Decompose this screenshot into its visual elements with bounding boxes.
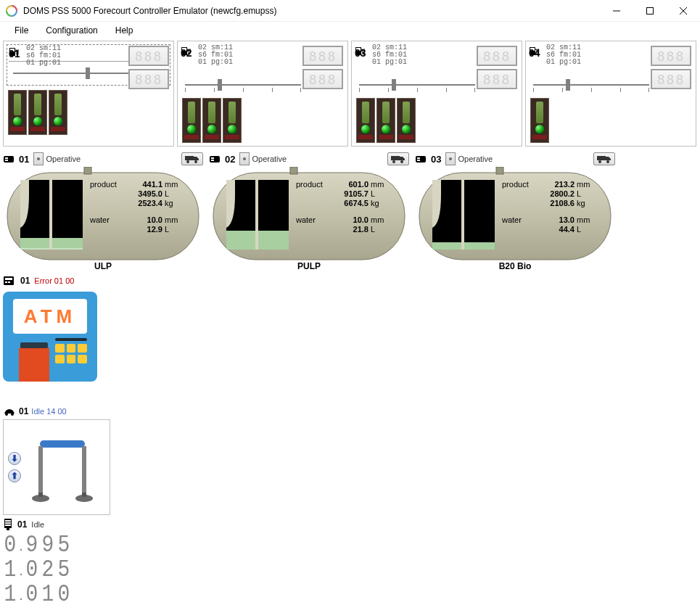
svg-rect-44 [4,276,14,285]
pump-card[interactable]: 02 sm:11 s6 fm:01 01 pg:01 02 888 888 [177,41,348,147]
nozzle[interactable] [223,98,242,143]
svg-rect-45 [5,278,12,280]
menu-configuration[interactable]: Configuration [37,23,106,38]
tank-icon [209,154,222,164]
opt-id: 01 [20,276,30,286]
close-button[interactable] [667,0,700,22]
svg-rect-35 [417,160,420,161]
tank-icon [415,154,428,164]
carwash-id: 01 [19,406,28,416]
pump-display-amount: 888 [302,46,343,66]
tank-status: Operative [458,155,493,163]
nozzle[interactable] [397,98,416,143]
pricesign-row: 01 Idle 0 . 9 9 5 1 . 0 2 5 1 . 0 1 0 [3,518,697,605]
tank-graphic[interactable]: B20 Bio product213.2mm 2800.2L 2108.6kg … [415,167,615,270]
tank-card[interactable]: 03 Operative B20 Bio product2 [415,151,615,270]
carwash-down-button[interactable]: ⬇ [8,452,21,465]
pump-row: 02 sm:11 s6 fm:01 01 pg:01 01 888 888 02… [3,41,697,147]
svg-rect-29 [290,167,297,174]
tank-status-led [239,152,250,165]
carwash-gantry-icon [25,427,98,507]
svg-rect-58 [5,520,11,522]
pricesign-board[interactable]: 0 . 9 9 5 1 . 0 2 5 1 . 0 1 0 [3,532,697,605]
pump-speed-slider[interactable] [185,78,301,92]
tank-graphic[interactable]: PULP product601.0mm 9105.7L 6674.5kg wat… [209,167,409,270]
svg-rect-36 [597,156,606,160]
atm-screen-text: ATM [24,305,76,328]
tank-delivery-button[interactable] [593,152,615,165]
pump-display-volume: 888 [302,69,343,89]
svg-rect-56 [82,493,86,497]
tank-delivery-button[interactable] [181,152,203,165]
carwash-up-button[interactable]: ⬆ [8,469,21,482]
tank-id: 02 [225,154,235,165]
pump-cfg: 02 sm:11 s6 fm:01 01 pg:01 [546,44,581,66]
atm-graphic[interactable]: ATM [3,292,97,382]
pump-display-amount: 888 [651,46,691,66]
nozzle[interactable] [530,98,549,143]
svg-point-49 [11,413,14,416]
pump-cfg: 02 sm:11 s6 fm:01 01 pg:01 [26,45,61,67]
titlebar: DOMS PSS 5000 Forecourt Controller Emula… [0,0,700,22]
pump-speed-slider[interactable] [533,78,649,92]
opt-status: Error 01 00 [34,276,74,285]
nozzle[interactable] [8,90,27,135]
nozzle[interactable] [182,98,201,143]
carwash-icon [3,406,16,416]
price-row: 1 . 0 2 5 [3,557,697,580]
nozzle[interactable] [376,98,395,143]
maximize-button[interactable] [633,0,667,22]
tank-name: B20 Bio [415,261,615,271]
tank-status-led [445,152,456,165]
card-terminal-icon [3,276,16,286]
svg-rect-22 [210,156,220,162]
svg-point-37 [598,160,601,163]
tank-row: 01 Operative ULP [3,151,697,270]
tank-card[interactable]: 01 Operative ULP [3,151,203,270]
svg-rect-47 [8,281,10,283]
svg-point-27 [400,160,403,163]
menu-file[interactable]: File [6,23,37,38]
tank-card[interactable]: 02 Operative PULP product601. [209,151,409,270]
atm-keypad-icon [55,344,87,363]
minimize-button[interactable] [600,0,633,22]
pump-display-volume: 888 [651,69,691,89]
workarea: 02 sm:11 s6 fm:01 01 pg:01 01 888 888 02… [0,39,700,606]
svg-rect-40 [496,167,503,174]
pricesign-icon [3,519,13,530]
nozzle[interactable] [202,98,221,143]
pump-display-volume: 888 [128,69,169,89]
carwash-status: Idle 14 00 [31,407,66,416]
tank-icon [3,154,16,164]
pump-card[interactable]: 02 sm:11 s6 fm:01 01 pg:01 01 888 888 [3,41,174,147]
carwash-card[interactable]: ⬇ ⬆ [3,419,110,515]
svg-rect-61 [7,528,9,530]
pricesign-id: 01 [17,519,27,530]
pump-cfg: 02 sm:11 s6 fm:01 01 pg:01 [198,44,233,66]
tank-delivery-button[interactable] [387,152,409,165]
pump-display-amount: 888 [128,46,169,66]
svg-rect-55 [38,493,43,497]
opt-row: 01 Error 01 00 ATM [3,274,697,382]
nozzle[interactable] [49,90,67,135]
window-title: DOMS PSS 5000 Forecourt Controller Emula… [23,6,600,16]
tank-status-led [33,152,44,165]
pump-speed-slider[interactable] [359,78,475,92]
pump-card[interactable]: 02 sm:11 s6 fm:01 01 pg:01 04 888 888 [525,41,696,147]
nozzle[interactable] [356,98,375,143]
nozzle[interactable] [28,90,47,135]
pump-card[interactable]: 02 sm:11 s6 fm:01 01 pg:01 03 888 888 [351,41,522,147]
svg-rect-12 [5,160,8,161]
svg-rect-21 [49,180,52,250]
svg-point-26 [392,160,395,163]
atm-card-slot-icon [55,338,87,341]
menu-help[interactable]: Help [107,23,142,38]
svg-point-14 [186,160,189,163]
price-row: 0 . 9 9 5 [3,532,697,556]
pump-cfg: 02 sm:11 s6 fm:01 01 pg:01 [372,44,407,66]
tank-graphic[interactable]: ULP product441.1mm 3495.0L 2523.4kg wate… [3,167,203,270]
tank-name: ULP [3,261,203,271]
svg-point-48 [5,413,8,416]
tank-id: 03 [431,154,441,165]
carwash-row: 01 Idle 14 00 ⬇ ⬆ [3,405,697,515]
